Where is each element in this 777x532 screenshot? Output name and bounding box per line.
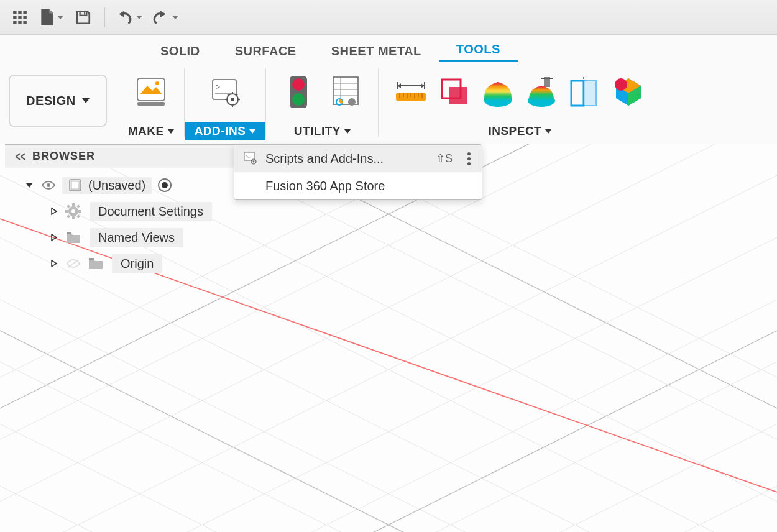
menu-item-scripts-addins[interactable]: >_ Scripts and Add-Ins... ⇧S [234,145,482,172]
svg-rect-13 [137,102,165,106]
inspect-dropdown[interactable]: INSPECT [478,122,561,140]
tab-tools[interactable]: TOOLS [439,37,518,62]
svg-point-18 [231,98,234,101]
visibility-icon[interactable] [40,177,57,194]
addins-dropdown[interactable]: ADD-INS [185,122,266,140]
interference-icon[interactable] [434,72,474,112]
svg-rect-95 [65,210,68,213]
svg-text:>_: >_ [216,83,224,91]
workspace-label: DESIGN [26,94,76,108]
svg-rect-94 [72,216,75,219]
kebab-icon[interactable] [465,152,473,165]
svg-line-25 [228,103,229,104]
scripts-addins-icon[interactable]: >_ [205,72,245,112]
separator [104,7,105,27]
gear-icon [65,203,82,220]
tree-item-named-views[interactable]: Named Views [5,224,260,250]
make-dropdown[interactable]: MAKE [118,122,184,140]
ribbon-group-make: MAKE [118,62,184,144]
save-button[interactable] [71,5,96,30]
svg-rect-90 [71,181,79,189]
expand-toggle-icon[interactable] [48,258,60,269]
redo-button[interactable] [150,8,181,27]
undo-icon [116,11,132,24]
svg-rect-103 [89,258,94,260]
svg-rect-99 [67,214,70,218]
spreadsheet-icon[interactable] [326,72,366,112]
traffic-light-icon[interactable] [278,72,318,112]
svg-rect-49 [449,87,467,104]
svg-rect-96 [78,210,81,213]
scripts-addins-icon: >_ [243,151,258,166]
collapse-icon [15,152,26,161]
section-analysis-icon[interactable] [565,72,605,112]
file-menu-button[interactable] [37,7,66,28]
svg-rect-10 [84,12,85,14]
svg-point-12 [155,81,159,85]
top-toolbar [0,0,777,35]
tree-root-label: (Unsaved) [88,178,145,193]
svg-rect-97 [67,204,70,208]
tree-root-row[interactable]: (Unsaved) [5,172,260,198]
tree-item-label: Named Views [90,228,183,247]
svg-rect-100 [76,214,80,218]
tree-item-label: Document Settings [90,202,212,221]
component-color-icon[interactable] [609,72,648,112]
apps-grid-icon[interactable] [7,5,32,30]
svg-rect-6 [13,21,16,24]
tree-item-origin[interactable]: Origin [5,250,260,277]
menu-item-label: Fusion 360 App Store [265,179,473,193]
ribbon-group-inspect: INSPECT [379,62,661,144]
svg-point-29 [292,93,305,106]
chevron-down-icon [136,16,142,19]
ribbon: SOLID SURFACE SHEET METAL TOOLS DESIGN M… [0,35,777,144]
browser-header[interactable]: BROWSER [5,144,260,168]
zebra-analysis-icon[interactable] [478,72,518,112]
folder-icon [65,229,82,246]
tab-sheet-metal[interactable]: SHEET METAL [314,39,439,62]
component-icon [68,178,82,192]
expand-toggle-icon[interactable] [48,232,60,243]
blank-icon [243,178,258,193]
utility-dropdown[interactable]: UTILITY [284,122,361,140]
svg-point-92 [71,209,75,213]
tree-item-document-settings[interactable]: Document Settings [5,198,260,224]
draft-analysis-icon[interactable] [522,72,561,112]
svg-rect-3 [13,16,16,19]
ribbon-group-addins: >_ ADD-INS [185,62,266,144]
svg-rect-1 [18,11,21,14]
svg-rect-7 [18,21,21,24]
svg-rect-55 [584,81,596,106]
tab-surface[interactable]: SURFACE [218,39,314,62]
svg-text:>_: >_ [246,154,251,158]
undo-button[interactable] [114,8,145,27]
print-3d-icon[interactable] [131,72,171,112]
svg-rect-0 [13,11,16,14]
svg-line-26 [236,94,237,96]
expand-toggle-icon[interactable] [48,206,60,217]
svg-point-87 [253,161,255,163]
svg-rect-5 [23,16,26,19]
chevron-down-icon [82,98,90,103]
chevron-down-icon [249,129,255,134]
chevron-down-icon [545,129,551,134]
measure-icon[interactable] [391,72,431,112]
collapse-toggle-icon[interactable] [24,180,35,191]
radio-selected-icon[interactable] [158,178,172,192]
file-icon [40,9,53,25]
tree-item-label: Origin [112,254,162,273]
menu-item-app-store[interactable]: Fusion 360 App Store [234,172,482,200]
visibility-hidden-icon[interactable] [65,255,82,272]
chevron-down-icon [168,129,174,134]
browser-tree: (Unsaved) Document Settings Named Views [5,168,260,280]
svg-point-88 [47,183,50,187]
tab-solid[interactable]: SOLID [143,39,218,62]
workspace-selector[interactable]: DESIGN [9,75,107,127]
svg-rect-98 [76,204,80,208]
svg-line-24 [236,103,237,104]
svg-rect-101 [67,232,71,234]
svg-rect-4 [18,16,21,19]
browser-panel: BROWSER (Unsaved) Document Settings [5,144,260,280]
addins-dropdown-menu: >_ Scripts and Add-Ins... ⇧S Fusion 360 … [234,144,482,200]
svg-rect-9 [80,11,87,16]
